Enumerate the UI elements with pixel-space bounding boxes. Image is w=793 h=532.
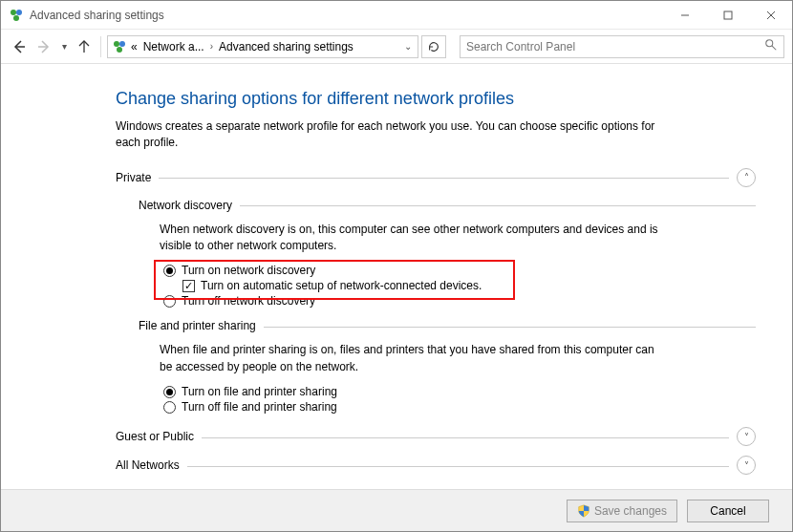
refresh-button[interactable] xyxy=(421,35,446,58)
minimize-button[interactable] xyxy=(663,1,706,29)
profile-header-private[interactable]: Private ˄ xyxy=(116,168,756,187)
back-button[interactable] xyxy=(9,36,30,57)
profile-label-all: All Networks xyxy=(116,458,180,472)
profile-label-guest: Guest or Public xyxy=(116,430,194,443)
network-discovery-options: Turn on network discovery Turn on automa… xyxy=(163,264,756,308)
radio-label: Turn on file and printer sharing xyxy=(182,385,337,398)
window-title: Advanced sharing settings xyxy=(30,9,663,22)
radio-icon xyxy=(163,265,176,277)
checkbox-label: Turn on automatic setup of network-conne… xyxy=(201,279,482,292)
cancel-label: Cancel xyxy=(710,504,745,518)
section-label: Network discovery xyxy=(139,199,232,212)
svg-point-2 xyxy=(13,15,19,21)
section-label: File and printer sharing xyxy=(139,319,256,332)
svg-point-13 xyxy=(766,40,773,47)
maximize-button[interactable] xyxy=(706,1,749,29)
section-file-printer: File and printer sharing When file and p… xyxy=(139,319,756,414)
up-button[interactable] xyxy=(74,36,95,57)
divider xyxy=(159,178,729,179)
breadcrumb[interactable]: « Network a... › Advanced sharing settin… xyxy=(107,35,418,58)
divider xyxy=(264,327,756,328)
section-header-network-discovery: Network discovery xyxy=(139,199,756,212)
shield-icon xyxy=(577,504,590,518)
nav-bar: ▾ « Network a... › Advanced sharing sett… xyxy=(1,30,792,64)
svg-line-14 xyxy=(772,46,776,50)
radio-icon xyxy=(163,295,176,308)
divider xyxy=(187,466,729,467)
svg-point-1 xyxy=(16,10,22,15)
page-description: Windows creates a separate network profi… xyxy=(116,118,679,151)
save-label: Save changes xyxy=(594,504,667,518)
app-icon xyxy=(9,8,24,23)
search-icon xyxy=(764,38,778,54)
radio-turn-off-network-discovery[interactable]: Turn off network discovery xyxy=(163,294,756,308)
title-bar: Advanced sharing settings xyxy=(1,1,792,30)
chevron-up-icon[interactable]: ˄ xyxy=(737,168,756,187)
radio-turn-on-file-printer[interactable]: Turn on file and printer sharing xyxy=(163,385,756,398)
divider xyxy=(202,437,729,438)
section-header-file-printer: File and printer sharing xyxy=(139,319,756,332)
breadcrumb-item-2[interactable]: Advanced sharing settings xyxy=(217,40,355,53)
search-placeholder: Search Control Panel xyxy=(466,40,575,53)
breadcrumb-item-1[interactable]: Network a... xyxy=(141,40,206,53)
file-printer-options: Turn on file and printer sharing Turn of… xyxy=(163,385,756,414)
save-changes-button[interactable]: Save changes xyxy=(567,500,677,522)
search-input[interactable]: Search Control Panel xyxy=(460,35,784,58)
window-controls xyxy=(663,1,792,29)
radio-label: Turn off file and printer sharing xyxy=(182,400,337,414)
footer: Save changes Cancel xyxy=(1,489,792,531)
profile-header-guest[interactable]: Guest or Public ˅ xyxy=(116,427,756,446)
chevron-down-icon[interactable]: ⌄ xyxy=(402,41,414,52)
chevron-down-icon[interactable]: ˅ xyxy=(737,456,756,475)
chevron-right-icon: › xyxy=(208,41,215,52)
svg-point-10 xyxy=(114,41,119,47)
svg-rect-4 xyxy=(724,11,732,19)
nav-separator xyxy=(100,36,101,57)
content-area: Change sharing options for different net… xyxy=(1,64,792,489)
history-dropdown[interactable]: ▾ xyxy=(58,41,70,52)
svg-point-12 xyxy=(117,47,122,53)
checkbox-auto-setup[interactable]: Turn on automatic setup of network-conne… xyxy=(182,279,756,292)
close-button[interactable] xyxy=(749,1,792,29)
breadcrumb-overflow[interactable]: « xyxy=(129,40,139,53)
radio-label: Turn on network discovery xyxy=(182,264,315,277)
page-title: Change sharing options for different net… xyxy=(116,89,756,109)
section-desc-network-discovery: When network discovery is on, this compu… xyxy=(160,222,666,255)
section-network-discovery: Network discovery When network discovery… xyxy=(139,199,756,309)
radio-turn-on-network-discovery[interactable]: Turn on network discovery xyxy=(163,264,756,277)
network-icon xyxy=(112,39,127,54)
profile-label-private: Private xyxy=(116,171,151,184)
forward-button[interactable] xyxy=(33,36,54,57)
checkbox-icon xyxy=(182,280,195,292)
profile-header-all[interactable]: All Networks ˅ xyxy=(116,456,756,475)
cancel-button[interactable]: Cancel xyxy=(687,500,769,522)
radio-label: Turn off network discovery xyxy=(182,294,315,308)
chevron-down-icon[interactable]: ˅ xyxy=(737,427,756,446)
svg-point-11 xyxy=(119,41,125,47)
radio-icon xyxy=(163,386,176,398)
svg-point-0 xyxy=(11,10,16,15)
divider xyxy=(240,205,756,206)
section-desc-file-printer: When file and printer sharing is on, fil… xyxy=(160,342,666,375)
radio-icon xyxy=(163,401,176,414)
radio-turn-off-file-printer[interactable]: Turn off file and printer sharing xyxy=(163,400,756,414)
